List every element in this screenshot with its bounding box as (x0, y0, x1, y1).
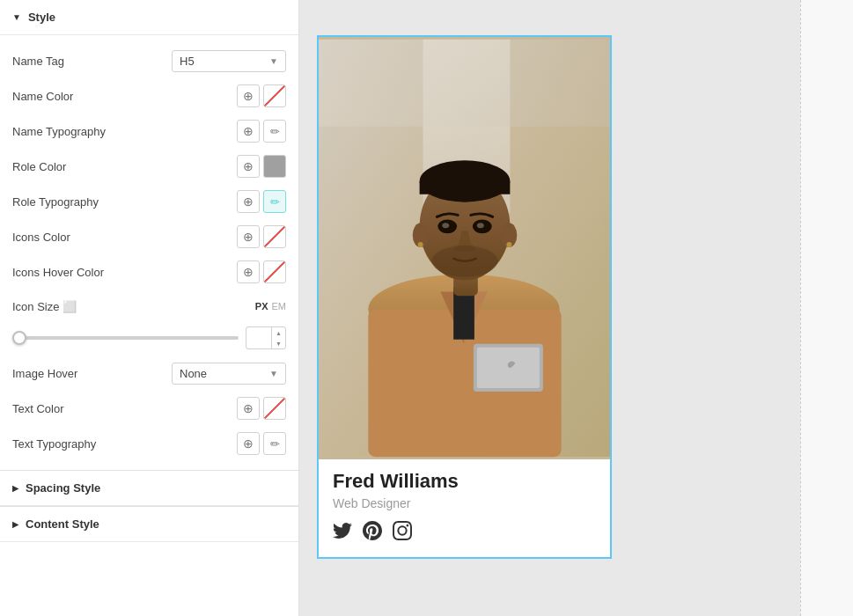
svg-point-16 (506, 242, 511, 247)
icon-size-label: Icon Size (12, 300, 59, 313)
unit-px-label[interactable]: PX (255, 301, 268, 312)
card-person-svg (319, 37, 610, 459)
name-typography-row: Name Typography ⊕ ✏ (0, 114, 298, 149)
icon-size-slider-section: ▲ ▼ (0, 323, 298, 356)
style-section-title: Style (28, 11, 55, 24)
icons-hover-color-swatch[interactable] (263, 260, 286, 283)
name-color-globe-icon: ⊕ (243, 89, 254, 103)
spin-down-btn[interactable]: ▼ (272, 338, 285, 348)
image-hover-label: Image Hover (12, 367, 172, 380)
name-color-label: Name Color (12, 90, 237, 103)
name-typography-edit-btn[interactable]: ✏ (263, 120, 286, 143)
icons-hover-color-label: Icons Hover Color (12, 266, 237, 279)
icons-color-globe-btn[interactable]: ⊕ (237, 225, 260, 248)
icons-hover-color-controls: ⊕ (237, 260, 286, 283)
name-tag-row: Name Tag H5 ▼ (0, 44, 298, 78)
name-color-diagonal (264, 85, 285, 106)
spacing-style-section: ▶ Spacing Style (0, 470, 298, 506)
monitor-icon: ⬜ (63, 300, 77, 313)
text-typography-edit-icon: ✏ (270, 437, 280, 451)
icons-hover-color-globe-icon: ⊕ (243, 265, 254, 279)
icons-color-controls: ⊕ (237, 225, 286, 248)
role-typography-row: Role Typography ⊕ ✏ (0, 184, 298, 219)
spacing-style-title: Spacing Style (26, 481, 100, 495)
twitter-icon[interactable] (333, 521, 352, 545)
text-color-globe-btn[interactable]: ⊕ (237, 397, 260, 420)
icons-color-swatch[interactable] (263, 225, 286, 248)
name-tag-dropdown[interactable]: H5 ▼ (172, 50, 286, 72)
role-typography-controls: ⊕ ✏ (237, 190, 286, 213)
text-typography-label: Text Typography (12, 437, 237, 451)
svg-point-22 (431, 246, 497, 277)
role-typography-edit-btn[interactable]: ✏ (263, 190, 286, 213)
content-arrow-icon: ▶ (12, 520, 18, 529)
spin-arrows: ▲ ▼ (271, 327, 285, 348)
name-color-swatch[interactable] (263, 84, 286, 107)
role-color-row: Role Color ⊕ (0, 149, 298, 184)
right-area: Fred Williams Web Designer (299, 0, 853, 616)
card-social-icons (333, 521, 596, 545)
style-section-body: Name Tag H5 ▼ Name Color ⊕ Name T (0, 35, 298, 470)
text-typography-globe-btn[interactable]: ⊕ (237, 432, 260, 455)
card-role: Web Designer (333, 496, 596, 510)
name-color-globe-btn[interactable]: ⊕ (237, 84, 260, 107)
content-style-section: ▶ Content Style (0, 506, 298, 542)
unit-em-label[interactable]: EM (272, 301, 287, 312)
svg-rect-2 (319, 40, 610, 127)
svg-point-21 (477, 223, 484, 228)
slider-row: ▲ ▼ (12, 326, 286, 349)
icon-size-label-row: Icon Size ⬜ (12, 300, 77, 313)
text-typography-controls: ⊕ ✏ (237, 432, 286, 455)
image-hover-dropdown[interactable]: None ▼ (172, 363, 286, 385)
unit-labels: PX EM (255, 301, 286, 312)
pinterest-icon[interactable] (363, 521, 382, 545)
image-hover-value: None (180, 367, 207, 380)
name-typography-label: Name Typography (12, 125, 237, 138)
role-typography-edit-icon: ✏ (270, 195, 280, 209)
role-typography-globe-btn[interactable]: ⊕ (237, 190, 260, 213)
role-color-label: Role Color (12, 160, 237, 173)
number-spin-container: ▲ ▼ (246, 326, 286, 349)
icons-color-diagonal (264, 226, 285, 247)
icon-size-slider[interactable] (12, 336, 239, 340)
text-color-swatch[interactable] (263, 397, 286, 420)
text-typography-edit-btn[interactable]: ✏ (263, 432, 286, 455)
name-typography-globe-icon: ⊕ (243, 124, 254, 138)
role-color-globe-icon: ⊕ (243, 159, 254, 173)
name-typography-edit-icon: ✏ (270, 125, 280, 138)
style-section-header[interactable]: ▼ Style (0, 0, 298, 35)
card-image (319, 37, 610, 459)
name-typography-globe-btn[interactable]: ⊕ (237, 120, 260, 143)
image-hover-controls: None ▼ (172, 363, 286, 385)
image-hover-row: Image Hover None ▼ (0, 356, 298, 391)
image-hover-dropdown-arrow: ▼ (269, 369, 278, 378)
svg-point-17 (418, 242, 423, 247)
icons-hover-color-globe-btn[interactable]: ⊕ (237, 260, 260, 283)
icons-color-globe-icon: ⊕ (243, 230, 254, 244)
text-color-diagonal (264, 398, 285, 419)
svg-rect-13 (420, 181, 511, 194)
content-style-header[interactable]: ▶ Content Style (0, 507, 298, 542)
spacing-arrow-icon: ▶ (12, 484, 18, 493)
role-color-globe-btn[interactable]: ⊕ (237, 155, 260, 178)
text-color-globe-icon: ⊕ (243, 401, 254, 415)
style-arrow-icon: ▼ (12, 12, 21, 22)
spacing-style-header[interactable]: ▶ Spacing Style (0, 471, 298, 506)
instagram-icon[interactable] (393, 521, 412, 545)
card-name: Fred Williams (333, 470, 596, 493)
svg-point-20 (442, 223, 449, 228)
svg-rect-9 (477, 348, 540, 388)
name-tag-value: H5 (180, 55, 195, 68)
text-typography-globe-icon: ⊕ (243, 436, 254, 451)
role-color-controls: ⊕ (237, 155, 286, 178)
role-color-swatch[interactable] (263, 155, 286, 178)
icons-hover-color-row: Icons Hover Color ⊕ (0, 254, 298, 290)
text-typography-row: Text Typography ⊕ ✏ (0, 426, 298, 461)
icons-color-label: Icons Color (12, 231, 237, 244)
role-typography-globe-icon: ⊕ (243, 194, 254, 209)
icon-size-row: Icon Size ⬜ PX EM (0, 290, 298, 323)
name-color-row: Name Color ⊕ (0, 78, 298, 114)
spin-up-btn[interactable]: ▲ (272, 327, 285, 338)
content-style-title: Content Style (26, 517, 99, 531)
text-color-controls: ⊕ (237, 397, 286, 420)
